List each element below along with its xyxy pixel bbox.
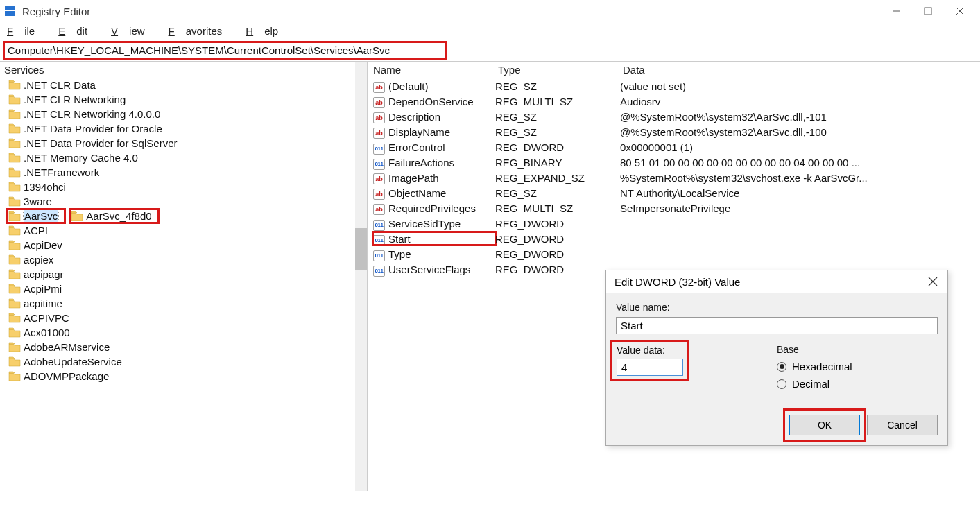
tree-item-label: ACPI — [24, 225, 48, 236]
tree-item[interactable]: .NET Data Provider for SqlServer — [7, 136, 367, 150]
base-label: Base — [777, 344, 852, 355]
list-row[interactable]: abObjectNameREG_SZNT Authority\LocalServ… — [368, 185, 980, 200]
row-name: FailureActions — [388, 157, 495, 169]
row-data: @%SystemRoot%\system32\AarSvc.dll,-100 — [620, 126, 974, 138]
address-bar[interactable]: Computer\HKEY_LOCAL_MACHINE\SYSTEM\Curre… — [8, 44, 442, 56]
tree-item[interactable]: ACPI — [7, 223, 367, 238]
col-header-name[interactable]: Name — [373, 64, 498, 76]
tree-item-label: .NET Data Provider for SqlServer — [24, 137, 177, 149]
tree-item-label: .NET CLR Networking — [24, 94, 126, 105]
menu-help[interactable]: Help — [246, 25, 289, 37]
tree-item[interactable]: .NETFramework — [7, 165, 367, 180]
list-row[interactable]: 011FailureActionsREG_BINARY80 51 01 00 0… — [368, 155, 980, 170]
tree-header[interactable]: Services — [0, 62, 367, 78]
ok-button[interactable]: OK — [789, 415, 860, 435]
tree-item-label: acpitime — [24, 297, 62, 309]
col-header-type[interactable]: Type — [498, 64, 623, 76]
tree-item-label: ADOVMPPackage — [24, 370, 109, 382]
close-button[interactable] — [944, 0, 976, 22]
tree-scrollbar-track[interactable] — [355, 62, 367, 491]
row-data: 80 51 01 00 00 00 00 00 00 00 00 00 04 0… — [620, 157, 974, 169]
tree-item[interactable]: .NET CLR Networking — [7, 92, 367, 107]
tree-item-label: .NET CLR Networking 4.0.0.0 — [24, 108, 160, 120]
tree-item[interactable]: AdobeUpdateService — [7, 354, 367, 369]
radio-hex-icon — [777, 362, 786, 372]
app-icon — [4, 5, 17, 17]
row-type: REG_MULTI_SZ — [495, 202, 620, 214]
row-name: DependOnService — [388, 96, 495, 107]
tree-item[interactable]: .NET CLR Data — [7, 78, 367, 92]
row-name: Start — [388, 233, 494, 245]
string-value-icon: ab — [373, 112, 385, 123]
tree-item[interactable]: ADOVMPPackage — [7, 369, 367, 383]
row-data: 0x00000001 (1) — [620, 141, 974, 153]
value-name-input[interactable] — [616, 317, 938, 334]
tree-item[interactable]: 3ware — [7, 194, 367, 209]
tree-item-label: .NET Memory Cache 4.0 — [24, 152, 138, 164]
dialog-close-icon[interactable] — [928, 277, 939, 288]
tree-item-label: .NET CLR Data — [24, 79, 96, 91]
row-type: REG_SZ — [495, 187, 620, 199]
value-name-label: Value name: — [616, 302, 938, 313]
tree-item[interactable]: ACPIVPC — [7, 311, 367, 325]
row-type: REG_DWORD — [495, 218, 620, 230]
list-row[interactable]: abImagePathREG_EXPAND_SZ%SystemRoot%\sys… — [368, 170, 980, 185]
tree-item[interactable]: AarSvc — [7, 209, 65, 223]
col-header-data[interactable]: Data — [623, 64, 974, 76]
row-name: DisplayName — [388, 126, 495, 138]
menu-view[interactable]: View — [111, 25, 156, 37]
menu-edit[interactable]: Edit — [58, 25, 98, 37]
list-row[interactable]: 011TypeREG_DWORD — [368, 246, 980, 261]
menu-file[interactable]: File — [7, 25, 46, 37]
binary-value-icon: 011 — [373, 220, 385, 231]
tree-item[interactable]: .NET Memory Cache 4.0 — [7, 150, 367, 165]
tree-item[interactable]: .NET CLR Networking 4.0.0.0 — [7, 107, 367, 121]
svg-rect-2 — [5, 11, 10, 16]
list-row[interactable]: abDescriptionREG_SZ@%SystemRoot%\system3… — [368, 109, 980, 124]
svg-rect-0 — [5, 6, 10, 10]
list-row[interactable]: ab(Default)REG_SZ(value not set) — [368, 78, 980, 94]
tree-item-label: AcpiDev — [24, 239, 62, 251]
list-header: Name Type Data — [368, 62, 980, 78]
string-value-icon: ab — [373, 128, 385, 139]
row-data: Audiosrv — [620, 96, 974, 107]
value-data-input-hl[interactable] — [617, 359, 683, 376]
svg-rect-3 — [10, 11, 15, 16]
menu-favorites[interactable]: Favorites — [169, 25, 234, 37]
tree-item[interactable]: .NET Data Provider for Oracle — [7, 121, 367, 136]
list-row[interactable]: abRequiredPrivilegesREG_MULTI_SZSeImpers… — [368, 200, 980, 216]
radio-dec-icon — [777, 379, 786, 389]
row-data: NT Authority\LocalService — [620, 187, 974, 199]
cancel-button[interactable]: Cancel — [867, 415, 938, 435]
tree-item[interactable]: acpipagr — [7, 267, 367, 282]
tree-item[interactable]: Acx01000 — [7, 325, 367, 340]
row-type: REG_DWORD — [495, 233, 620, 245]
tree-item-label: AdobeUpdateService — [24, 356, 122, 368]
tree-item[interactable]: 1394ohci — [7, 180, 367, 194]
list-row[interactable]: 011ErrorControlREG_DWORD0x00000001 (1) — [368, 139, 980, 155]
row-type: REG_DWORD — [495, 248, 620, 260]
dialog-title: Edit DWORD (32-bit) Value — [614, 276, 740, 288]
radio-hexadecimal[interactable]: Hexadecimal — [777, 361, 852, 372]
tree-item-label: AarSvc — [24, 210, 58, 222]
row-name: ServiceSidType — [388, 218, 495, 230]
tree-item[interactable]: AcpiPmi — [7, 282, 367, 296]
radio-decimal[interactable]: Decimal — [777, 378, 852, 390]
tree-item-label: ACPIVPC — [24, 312, 69, 324]
list-row[interactable]: 011StartREG_DWORD — [368, 231, 980, 246]
list-row[interactable]: abDependOnServiceREG_MULTI_SZAudiosrv — [368, 94, 980, 109]
minimize-button[interactable] — [880, 0, 912, 22]
row-name: ObjectName — [388, 187, 495, 199]
tree-item[interactable]: AcpiDev — [7, 238, 367, 252]
row-data: %SystemRoot%\system32\svchost.exe -k Aar… — [620, 172, 974, 184]
list-row[interactable]: 011ServiceSidTypeREG_DWORD — [368, 216, 980, 231]
tree-item[interactable]: AdobeARMservice — [7, 340, 367, 354]
tree-item[interactable]: AarSvc_4f8d0 — [69, 209, 158, 223]
maximize-button[interactable] — [912, 0, 944, 22]
tree-scrollbar-thumb[interactable] — [355, 228, 367, 270]
row-name: Type — [388, 248, 495, 260]
tree-item-label: 1394ohci — [24, 181, 66, 193]
list-row[interactable]: abDisplayNameREG_SZ@%SystemRoot%\system3… — [368, 124, 980, 139]
tree-item[interactable]: acpitime — [7, 296, 367, 311]
tree-item[interactable]: acpiex — [7, 252, 367, 267]
